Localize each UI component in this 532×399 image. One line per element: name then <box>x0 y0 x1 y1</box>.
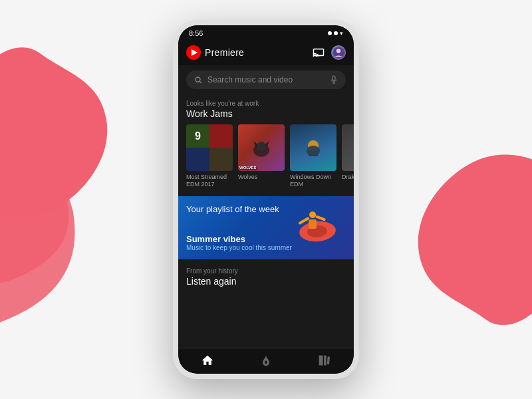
playlist-thumb-drake <box>342 124 354 171</box>
playlist-label-wolves: Wolves <box>238 174 285 181</box>
svg-rect-5 <box>332 76 335 80</box>
search-bar[interactable]: Search music and video <box>186 70 346 89</box>
playlist-card-wolves[interactable]: WOLVES Wolves <box>238 124 285 188</box>
status-bar: 8:56 ▾ <box>178 25 354 40</box>
search-bar-container: Search music and video <box>178 65 354 94</box>
search-icon <box>194 76 202 84</box>
svg-point-1 <box>313 55 314 57</box>
figure-torso <box>309 219 317 229</box>
nav-item-library[interactable] <box>318 354 331 367</box>
youtube-logo[interactable] <box>186 45 201 60</box>
home-icon <box>201 354 214 367</box>
svg-point-3 <box>336 49 340 53</box>
listen-again-title: Listen again <box>178 276 354 292</box>
play-triangle <box>192 49 198 56</box>
search-placeholder: Search music and video <box>207 75 325 84</box>
nav-item-home[interactable] <box>201 354 214 367</box>
user-avatar[interactable] <box>331 45 346 60</box>
status-icons: ▾ <box>328 30 343 37</box>
battery-icon: ▾ <box>340 30 343 37</box>
weekly-artwork <box>294 201 347 248</box>
thumb-cell-3 <box>186 148 209 171</box>
figure-body <box>307 211 318 231</box>
svg-rect-17 <box>319 356 323 366</box>
playlist-cards-row[interactable]: 9 Most Streamed EDM 2017 <box>178 124 354 196</box>
drake-art <box>354 136 354 160</box>
microphone-icon[interactable] <box>330 75 338 84</box>
work-jams-context: Looks like you're at work <box>178 94 354 108</box>
thumb-cell-1: 9 <box>186 124 209 148</box>
playlist-card-edm[interactable]: 9 Most Streamed EDM 2017 <box>186 124 233 188</box>
svg-rect-18 <box>324 356 326 366</box>
phone-screen: 8:56 ▾ Premiere <box>178 25 354 374</box>
history-context: From your history <box>178 262 354 276</box>
playlist-label-edm: Most Streamed EDM 2017 <box>186 174 233 188</box>
app-title: Premiere <box>205 47 244 58</box>
cast-icon[interactable] <box>313 48 325 57</box>
svg-point-11 <box>257 142 266 151</box>
header-left: Premiere <box>186 45 244 60</box>
header-right <box>313 45 346 60</box>
history-section: From your history Listen again <box>178 259 354 292</box>
playlist-thumb-edm: 9 <box>186 124 233 171</box>
signal-dot-2 <box>334 31 338 35</box>
status-time: 8:56 <box>189 29 203 37</box>
playlist-card-windows[interactable]: Windows Down EDM <box>290 124 336 188</box>
windows-art <box>302 136 325 160</box>
app-header: Premiere <box>178 40 354 65</box>
playlist-card-drake[interactable]: Drake F... <box>342 124 354 188</box>
signal-dot-1 <box>328 31 332 35</box>
thumb-cell-2 <box>209 124 233 148</box>
svg-rect-0 <box>314 49 324 56</box>
thumb-cell-4 <box>209 148 233 171</box>
library-icon <box>318 354 331 367</box>
svg-rect-19 <box>327 356 330 364</box>
wolves-art <box>248 134 275 161</box>
playlist-label-windows: Windows Down EDM <box>290 174 336 188</box>
track-number: 9 <box>195 130 201 142</box>
phone-frame: 8:56 ▾ Premiere <box>173 20 359 379</box>
main-content: Looks like you're at work Work Jams 9 <box>178 94 354 348</box>
weekly-playlist-banner[interactable]: Your playlist of the week <box>178 196 354 259</box>
wolves-text: WOLVES <box>239 166 257 170</box>
fire-icon <box>259 354 273 367</box>
figure-arm-right <box>315 215 326 221</box>
bottom-nav <box>178 348 354 374</box>
playlist-label-drake: Drake F... <box>342 174 354 181</box>
svg-rect-14 <box>309 150 318 156</box>
nav-item-trending[interactable] <box>259 354 273 367</box>
playlist-thumb-wolves: WOLVES <box>238 124 285 171</box>
figure-arm-left <box>298 216 310 224</box>
work-jams-title: Work Jams <box>178 108 354 124</box>
playlist-thumb-windows <box>290 124 336 171</box>
